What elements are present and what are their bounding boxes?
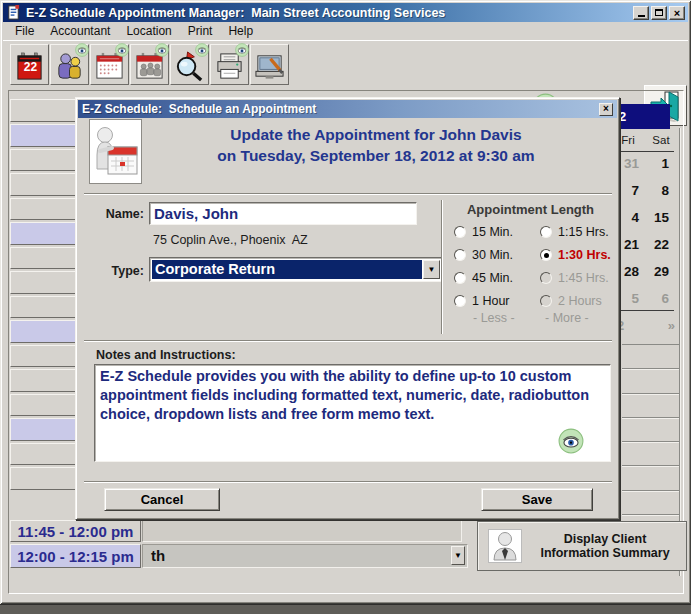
length-option[interactable]: 1 Hour (454, 289, 530, 312)
radio-label: 2 Hours (558, 294, 602, 308)
minimize-button[interactable] (633, 6, 649, 20)
client-address: 75 Coplin Ave., Phoenix AZ (153, 233, 308, 247)
length-option[interactable]: 45 Min. (454, 266, 530, 289)
close-button[interactable]: × (669, 6, 685, 20)
time-slot[interactable]: 12:00 - 12:15 pm (10, 544, 141, 568)
length-option[interactable]: 1:30 Hrs. (540, 243, 616, 266)
calendar-day[interactable]: 29 (639, 264, 672, 291)
day-view-icon (14, 51, 45, 82)
eye-badge-icon (75, 43, 89, 57)
radio-label: 45 Min. (472, 271, 513, 285)
maximize-button[interactable] (651, 6, 667, 20)
name-label: Name: (96, 207, 144, 221)
calendar-day[interactable]: 22 (639, 237, 672, 264)
toolbar-buttons: 22 (10, 44, 289, 85)
type-label: Type: (96, 264, 144, 278)
schedule-row[interactable] (622, 418, 679, 442)
toolbar-search-button[interactable] (170, 44, 209, 85)
calendar-day-header: Sat (647, 134, 675, 146)
notes-label: Notes and Instructions: (96, 348, 236, 362)
menu-bar: FileAccountantLocationPrintHelp (3, 22, 688, 40)
eye-icon (558, 428, 584, 454)
calendar-next-month-icon[interactable]: » (653, 318, 675, 333)
dialog-close-button[interactable]: × (599, 103, 613, 116)
menu-help[interactable]: Help (221, 22, 260, 40)
settings-icon (254, 51, 285, 82)
dialog-title-bar: E-Z Schedule: Schedule an Appointment × (78, 100, 617, 118)
dialog-title: E-Z Schedule: Schedule an Appointment (82, 102, 599, 116)
length-option[interactable]: 1:15 Hrs. (540, 220, 616, 243)
toolbar-calendar-button[interactable] (90, 44, 129, 85)
calendar-day[interactable]: 15 (639, 210, 672, 237)
minimize-icon (638, 15, 645, 17)
length-option[interactable]: 1:45 Hrs. (540, 266, 616, 289)
radio-label: 30 Min. (472, 248, 513, 262)
appointment-cell[interactable] (142, 520, 462, 542)
appointment-cell[interactable]: th (142, 544, 468, 568)
eye-badge-icon (115, 43, 129, 57)
schedule-row[interactable] (622, 442, 679, 466)
vertical-separator (441, 200, 443, 334)
dialog-heading-line2: on Tuesday, September 18, 2012 at 9:30 a… (151, 146, 601, 167)
appointment-length-title: Appointment Length (448, 202, 613, 217)
radio-label: 1 Hour (472, 294, 510, 308)
radio-icon (540, 249, 552, 261)
less-link[interactable]: - Less - (473, 311, 515, 325)
window-bottom-edge (0, 604, 691, 614)
name-input[interactable] (149, 202, 417, 225)
dialog-heading: Update the Appointment for John Davis on… (151, 125, 601, 167)
calendar-day[interactable]: 6 (639, 291, 672, 318)
app-icon (6, 5, 21, 20)
calendar-day[interactable]: 8 (639, 183, 672, 210)
radio-icon (454, 226, 466, 238)
separator (84, 193, 612, 195)
notes-textarea[interactable]: E-Z Schedule provides you with the abili… (95, 365, 610, 461)
more-link[interactable]: - More - (545, 311, 589, 325)
schedule-row[interactable] (622, 345, 679, 369)
cancel-button[interactable]: Cancel (104, 488, 220, 511)
display-client-summary-button[interactable]: Display Client Information Summary (477, 521, 687, 571)
calendar-month-header: 2 (618, 104, 670, 129)
time-slot[interactable]: 11:45 - 12:00 pm (10, 520, 141, 542)
save-button[interactable]: Save (481, 488, 593, 511)
length-option[interactable]: 30 Min. (454, 243, 530, 266)
radio-icon (540, 226, 552, 238)
calendar-day[interactable]: 1 (639, 156, 672, 183)
close-icon: × (674, 8, 680, 18)
eye-badge-icon (195, 43, 209, 57)
schedule-row[interactable] (622, 466, 679, 490)
toolbar-print-button[interactable] (210, 44, 249, 85)
menu-file[interactable]: File (8, 22, 41, 40)
radio-icon (454, 249, 466, 261)
schedule-row[interactable] (622, 394, 679, 418)
schedule-row[interactable] (622, 369, 679, 393)
calendar-divider (614, 151, 674, 152)
client-person-icon (488, 529, 522, 563)
menu-location[interactable]: Location (119, 22, 178, 40)
vertical-divider (679, 128, 681, 576)
separator (84, 481, 612, 483)
window-title-bar: E-Z Schedule Appointment Manager: Main S… (3, 3, 688, 22)
dropdown-arrow-button[interactable]: ▼ (451, 546, 465, 565)
toolbar-settings-button[interactable] (250, 44, 289, 85)
toolbar-group-schedule-button[interactable] (130, 44, 169, 85)
radio-label: 15 Min. (472, 225, 513, 239)
length-option[interactable]: 2 Hours (540, 289, 616, 312)
notes-field-border: E-Z Schedule provides you with the abili… (94, 364, 611, 462)
radio-label: 1:30 Hrs. (558, 248, 611, 262)
toolbar-day-view-button[interactable]: 22 (10, 44, 49, 85)
type-selected-value: Corporate Return (152, 260, 422, 279)
menu-accountant[interactable]: Accountant (43, 22, 117, 40)
radio-icon (454, 272, 466, 284)
menu-print[interactable]: Print (181, 22, 220, 40)
right-schedule-rows (622, 344, 679, 515)
radio-icon (540, 272, 552, 284)
toolbar: 22 Bennett Lerner (3, 40, 688, 88)
schedule-row[interactable] (622, 491, 679, 515)
appointment-dialog-icon (89, 119, 142, 184)
length-option[interactable]: 15 Min. (454, 220, 530, 243)
maximize-icon (655, 9, 663, 16)
type-dropdown[interactable]: Corporate Return ▼ (149, 257, 443, 282)
toolbar-clients-button[interactable] (50, 44, 89, 85)
chevron-down-icon[interactable]: ▼ (423, 260, 440, 279)
